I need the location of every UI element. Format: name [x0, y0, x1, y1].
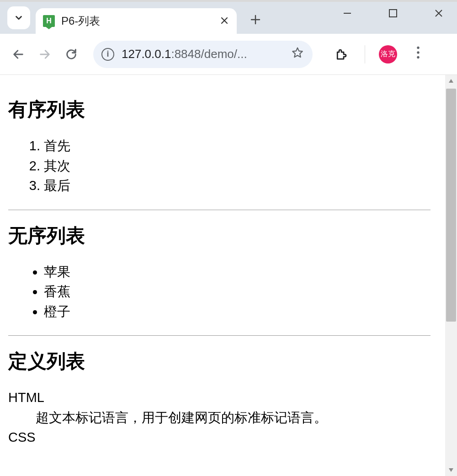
svg-point-2 — [417, 51, 419, 53]
list-item: 香蕉 — [44, 282, 430, 302]
divider — [8, 210, 430, 210]
definition-term: HTML — [8, 388, 430, 408]
viewport: 有序列表 首先 其次 最后 无序列表 苹果 香蕉 橙子 定义列表 HTML 超文… — [0, 75, 457, 476]
titlebar: H P6-列表 — [0, 2, 457, 34]
extensions-button[interactable] — [335, 48, 348, 61]
address-bar[interactable]: i 127.0.0.1:8848/demo/... — [93, 41, 313, 68]
list-item: 首先 — [44, 136, 430, 156]
profile-label: 洛克 — [381, 49, 395, 59]
url-port: :8848 — [171, 47, 201, 61]
reload-icon — [65, 48, 78, 61]
maximize-button[interactable] — [384, 8, 402, 18]
back-button[interactable] — [9, 45, 27, 63]
chevron-down-icon — [14, 13, 24, 23]
scrollbar[interactable] — [445, 75, 457, 476]
tab-title: P6-列表 — [61, 14, 218, 28]
tab-close-button[interactable] — [218, 15, 230, 27]
nav-toolbar: i 127.0.0.1:8848/demo/... 洛克 — [0, 34, 457, 75]
list-item: 最后 — [44, 176, 430, 196]
arrow-right-icon — [38, 48, 51, 61]
list-item: 橙子 — [44, 302, 430, 322]
divider — [8, 335, 430, 336]
triangle-down-icon — [448, 467, 454, 473]
ordered-list: 首先 其次 最后 — [8, 136, 430, 196]
arrow-left-icon — [12, 48, 25, 61]
url-path: /demo/... — [201, 47, 247, 61]
tab-search-button[interactable] — [7, 6, 30, 29]
close-icon — [434, 8, 444, 18]
svg-point-3 — [417, 56, 419, 58]
tab-favicon-icon: H — [43, 15, 55, 27]
bookmark-button[interactable] — [292, 47, 303, 62]
forward-button[interactable] — [36, 45, 54, 63]
section-heading-unordered: 无序列表 — [8, 223, 430, 249]
puzzle-icon — [335, 48, 348, 61]
svg-point-1 — [417, 47, 419, 49]
close-window-button[interactable] — [430, 8, 448, 18]
section-heading-definition: 定义列表 — [8, 349, 430, 374]
definition-desc: 超文本标记语言，用于创建网页的标准标记语言。 — [36, 408, 430, 428]
page-content: 有序列表 首先 其次 最后 无序列表 苹果 香蕉 橙子 定义列表 HTML 超文… — [0, 75, 439, 452]
url-text: 127.0.0.1:8848/demo/... — [122, 47, 284, 61]
triangle-up-icon — [448, 78, 454, 84]
maximize-icon — [388, 8, 398, 18]
plus-icon — [250, 15, 260, 25]
site-info-button[interactable]: i — [101, 48, 114, 61]
scroll-down-button[interactable] — [445, 464, 457, 476]
url-host: 127.0.0.1 — [122, 47, 171, 61]
close-icon — [220, 16, 228, 25]
menu-button[interactable] — [416, 46, 420, 62]
minimize-button[interactable] — [338, 8, 356, 18]
info-icon: i — [106, 49, 109, 59]
profile-button[interactable]: 洛克 — [379, 45, 397, 63]
list-item: 苹果 — [44, 262, 430, 282]
toolbar-separator — [365, 45, 365, 63]
browser-tab[interactable]: H P6-列表 — [36, 8, 237, 34]
reload-button[interactable] — [62, 45, 80, 63]
minimize-icon — [342, 8, 352, 18]
scroll-up-button[interactable] — [445, 75, 457, 87]
new-tab-button[interactable] — [249, 13, 262, 26]
section-heading-ordered: 有序列表 — [8, 97, 430, 122]
window-controls — [338, 8, 448, 18]
svg-rect-0 — [389, 10, 397, 17]
star-icon — [292, 47, 303, 58]
kebab-icon — [416, 46, 420, 59]
browser-window: H P6-列表 — [0, 2, 457, 476]
scroll-thumb[interactable] — [446, 89, 456, 322]
definition-term: CSS — [8, 428, 430, 448]
list-item: 其次 — [44, 156, 430, 176]
definition-list: HTML 超文本标记语言，用于创建网页的标准标记语言。 CSS — [8, 388, 430, 448]
unordered-list: 苹果 香蕉 橙子 — [8, 262, 430, 322]
